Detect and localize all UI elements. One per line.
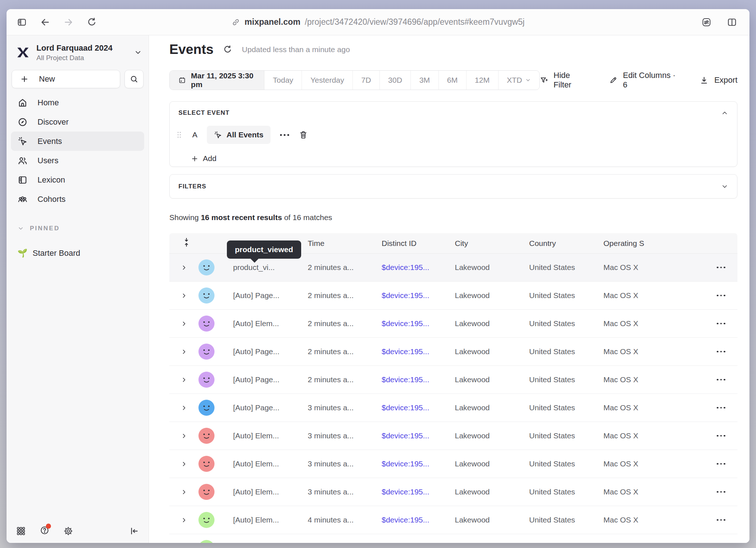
date-picker[interactable]: Mar 11, 2025 3:30 pm (170, 71, 264, 90)
expand-row-icon[interactable] (181, 432, 188, 439)
country-cell: United States (529, 291, 603, 300)
row-actions-button[interactable] (705, 519, 737, 521)
row-actions-button[interactable] (705, 267, 737, 269)
forward-icon[interactable] (63, 17, 74, 27)
distinct-id-link[interactable]: $device:195... (382, 516, 455, 524)
edit-columns-button[interactable]: Edit Columns · 6 (609, 71, 678, 90)
add-event-button[interactable]: Add (191, 154, 231, 163)
sidebar-item-cohorts[interactable]: Cohorts (11, 189, 144, 209)
expand-row-icon[interactable] (181, 489, 188, 496)
hide-filter-label: Hide Filter (554, 71, 588, 90)
table-row[interactable]: [Auto] Elem... 3 minutes a... $device:19… (169, 478, 737, 506)
distinct-id-link[interactable]: $device:195... (382, 263, 455, 272)
range-yesterday[interactable]: Yesterday (302, 71, 353, 90)
distinct-id-link[interactable]: $device:195... (382, 459, 455, 468)
expand-row-icon[interactable] (181, 517, 188, 524)
sidebar-item-users[interactable]: Users (11, 151, 144, 170)
new-button-label: New (39, 74, 55, 84)
country-cell: United States (529, 431, 603, 440)
country-cell: United States (529, 403, 603, 412)
expand-row-icon[interactable] (181, 264, 188, 271)
column-os[interactable]: Operating S (603, 239, 665, 248)
distinct-id-link[interactable]: $device:195... (382, 431, 455, 440)
new-button[interactable]: New (12, 70, 120, 88)
table-row[interactable]: [Auto] Page... 3 minutes a... $device:19… (169, 394, 737, 422)
sidebar-item-events[interactable]: Events (11, 132, 144, 151)
expand-row-icon[interactable] (181, 461, 188, 467)
expand-row-icon[interactable] (181, 348, 188, 355)
notification-dot (46, 524, 51, 529)
distinct-id-link[interactable]: $device:195... (382, 403, 455, 412)
drag-handle-icon[interactable] (176, 131, 183, 139)
row-actions-button[interactable] (705, 379, 737, 381)
column-distinct-id[interactable]: Distinct ID (382, 239, 455, 248)
settings-gear-icon[interactable] (63, 526, 73, 536)
expand-row-icon[interactable] (181, 376, 188, 383)
export-button[interactable]: Export (700, 75, 737, 85)
range-label: 30D (388, 76, 402, 85)
table-row[interactable]: [Auto] Page... 2 minutes a... $device:19… (169, 338, 737, 366)
range-3m[interactable]: 3M (411, 71, 438, 90)
table-row[interactable]: [Auto] Elem... 4 minutes a... $device:19… (169, 506, 737, 534)
table-row[interactable]: [Auto] Elem... 3 minutes a... $device:19… (169, 422, 737, 450)
refresh-results-icon[interactable] (223, 45, 232, 54)
collapse-section-icon[interactable] (721, 109, 728, 117)
distinct-id-link[interactable]: $device:195... (382, 375, 455, 384)
refresh-icon[interactable] (87, 17, 97, 27)
split-view-icon[interactable] (727, 17, 737, 27)
search-button[interactable] (125, 70, 143, 88)
expand-row-icon[interactable] (181, 292, 188, 299)
distinct-id-link[interactable]: $device:195... (382, 319, 455, 328)
browser-sidebar-toggle-icon[interactable] (17, 17, 27, 27)
city-cell: Lakewood (455, 263, 529, 272)
row-actions-button[interactable] (705, 295, 737, 297)
range-xtd[interactable]: XTD (499, 71, 539, 90)
row-actions-button[interactable] (705, 435, 737, 437)
range-7d[interactable]: 7D (353, 71, 380, 90)
time-cell: 2 minutes a... (308, 291, 382, 300)
expand-section-icon[interactable] (721, 183, 728, 190)
distinct-id-link[interactable]: $device:195... (382, 347, 455, 356)
event-tooltip: product_viewed (227, 240, 301, 259)
delete-event-icon[interactable] (299, 130, 308, 140)
pinned-section-toggle[interactable]: PINNED (17, 225, 60, 232)
sidebar-item-starter-board[interactable]: 🌱 Starter Board (17, 245, 80, 262)
page-settings-icon[interactable] (701, 17, 712, 27)
table-row[interactable]: [Auto] Page... 2 minutes a... $device:19… (169, 282, 737, 310)
expand-row-icon[interactable] (181, 320, 188, 327)
back-icon[interactable] (40, 17, 50, 27)
row-actions-button[interactable] (705, 407, 737, 409)
event-more-options-button[interactable] (279, 133, 291, 137)
range-today[interactable]: Today (264, 71, 302, 90)
table-row[interactable]: [Auto] Page... 2 minutes a... $device:19… (169, 366, 737, 394)
row-actions-button[interactable] (705, 463, 737, 465)
table-row[interactable]: [Auto] Elem... 2 minutes a... $device:19… (169, 310, 737, 338)
hide-filter-button[interactable]: Hide Filter (540, 71, 588, 90)
range-12m[interactable]: 12M (466, 71, 499, 90)
expand-row-icon[interactable] (181, 404, 188, 411)
column-city[interactable]: City (455, 239, 529, 248)
distinct-id-link[interactable]: $device:195... (382, 488, 455, 496)
sidebar-item-home[interactable]: Home (11, 93, 144, 112)
os-cell: Mac OS X (603, 459, 665, 468)
row-actions-button[interactable] (705, 491, 737, 493)
event-selector-button[interactable]: All Events (207, 126, 271, 144)
collapse-sidebar-icon[interactable] (129, 526, 139, 536)
row-actions-button[interactable] (705, 323, 737, 325)
sidebar-item-discover[interactable]: Discover (11, 112, 144, 132)
avatar (198, 372, 214, 388)
column-country[interactable]: Country (529, 239, 603, 248)
project-switcher[interactable]: Lord Farquaad 2024 All Project Data (15, 39, 142, 66)
address-bar[interactable]: mixpanel.com/project/3472420/view/397469… (232, 9, 525, 35)
apps-grid-icon[interactable] (16, 526, 26, 536)
column-time[interactable]: Time (308, 239, 382, 248)
row-actions-button[interactable] (705, 351, 737, 353)
range-30d[interactable]: 30D (380, 71, 411, 90)
range-6m[interactable]: 6M (439, 71, 466, 90)
table-row[interactable] (169, 534, 737, 543)
distinct-id-link[interactable]: $device:195... (382, 291, 455, 300)
sidebar-item-lexicon[interactable]: Lexicon (11, 170, 144, 189)
search-icon (130, 75, 138, 83)
collapse-all-rows-icon[interactable] (182, 238, 190, 247)
table-row[interactable]: [Auto] Elem... 3 minutes a... $device:19… (169, 450, 737, 478)
